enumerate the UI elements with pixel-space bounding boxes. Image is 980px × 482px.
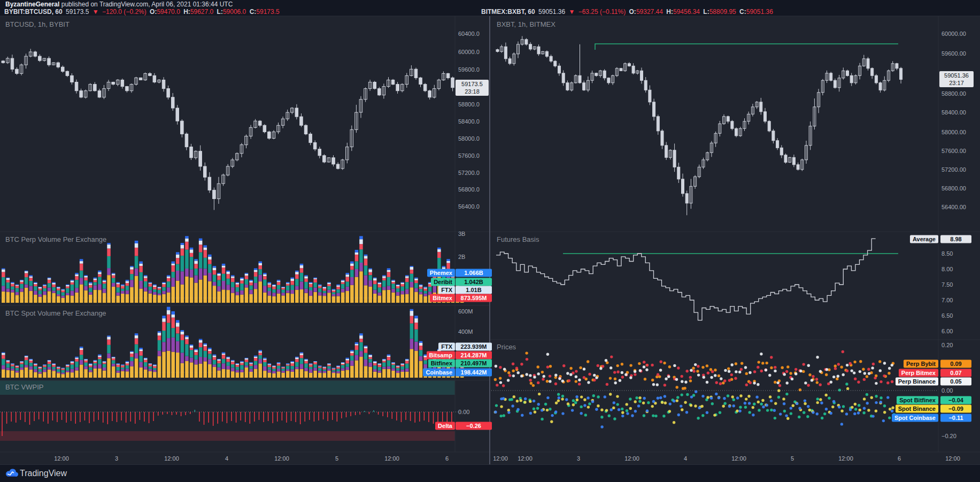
series-tag-value: 0.07 — [940, 369, 971, 377]
charts-canvas[interactable] — [0, 0, 980, 482]
axis-label[interactable]: 57600.00 — [942, 148, 966, 154]
last-price-tag: 59051.3623:17 — [939, 71, 974, 87]
time-label[interactable]: 12:00 — [624, 455, 639, 462]
tradingview-snapshot: ByzantineGeneral published on TradingVie… — [0, 0, 980, 482]
last-price: 59173.5 — [66, 8, 89, 16]
time-label[interactable]: 5 — [791, 455, 794, 462]
series-tag-spot-binance: Spot Binance — [896, 405, 938, 413]
series-tag-value: 1.066B — [456, 269, 492, 277]
series-tag-perp-binance: Perp Binance — [896, 378, 938, 386]
price-change: −63.25 (−0.11%) — [578, 8, 626, 16]
series-tag-delta: Delta — [435, 422, 455, 430]
high-label: H: — [183, 8, 190, 16]
time-label[interactable]: 4 — [684, 455, 687, 462]
symbol-header-row: BYBIT:BTCUSD, 60 59173.5 ▼ −120.0 (−0.2%… — [0, 8, 980, 17]
series-tag-spot-bitfinex: Spot Bitfinex — [897, 396, 938, 404]
time-label[interactable]: 6 — [898, 455, 901, 462]
time-label[interactable]: 3 — [577, 455, 580, 462]
axis-label[interactable]: 56400.00 — [942, 204, 966, 210]
series-tag-value: 214.287M — [456, 351, 492, 359]
axis-label[interactable]: 400M — [458, 328, 473, 335]
axis-label[interactable]: 2B — [458, 254, 465, 260]
time-label[interactable]: 3 — [115, 455, 118, 462]
symbol-name: BYBIT:BTCUSD, 60 — [4, 8, 63, 16]
tradingview-brand-text[interactable]: TradingView — [20, 469, 67, 478]
axis-label[interactable]: 56800.0 — [458, 186, 480, 193]
left-symbol-info: BYBIT:BTCUSD, 60 59173.5 ▼ −120.0 (−0.2%… — [4, 8, 281, 16]
open-label: O: — [150, 8, 157, 16]
axis-label[interactable]: 57200.00 — [942, 166, 966, 173]
time-label[interactable]: 5 — [335, 455, 338, 462]
tradingview-logo-icon[interactable] — [5, 469, 18, 478]
axis-label[interactable]: 58800.0 — [458, 101, 480, 108]
series-tag-bitmex: Bitmex — [430, 294, 455, 302]
close-label: C: — [250, 8, 257, 16]
publish-header: ByzantineGeneral published on TradingVie… — [5, 1, 233, 8]
axis-label[interactable]: 59600.0 — [458, 66, 480, 73]
axis-label[interactable]: 58800.00 — [942, 90, 966, 97]
time-label[interactable]: 12:00 — [54, 455, 69, 462]
series-tag-coinbase: Coinbase — [423, 369, 455, 377]
open-value: 59327.44 — [636, 8, 663, 16]
axis-label[interactable]: 60000.00 — [942, 30, 966, 37]
pane-title-spot-volume: BTC Spot Volume Per Exchange — [5, 309, 106, 317]
time-label[interactable]: 12:00 — [274, 455, 289, 462]
axis-label[interactable]: 58400.00 — [942, 109, 966, 116]
time-label[interactable]: 4 — [225, 455, 228, 462]
last-price: 59051.36 — [538, 8, 565, 16]
low-value: 59006.0 — [223, 8, 246, 16]
series-tag-value: 1.01B — [456, 286, 492, 294]
axis-label[interactable]: 60000.0 — [458, 49, 480, 55]
pane-title-left-chart: BTCUSD, 1h, BYBIT — [5, 20, 70, 28]
axis-label[interactable]: 0.20 — [942, 342, 953, 348]
axis-label[interactable]: 6.00 — [942, 328, 953, 334]
series-tag-value: 8.98 — [940, 235, 971, 243]
axis-label[interactable]: 58000.0 — [458, 135, 480, 142]
axis-label[interactable]: 0.00 — [942, 387, 953, 394]
time-label[interactable]: 12:00 — [731, 455, 746, 462]
last-price-tag: 59173.523:18 — [456, 80, 489, 96]
open-label: O: — [629, 8, 636, 16]
axis-label[interactable]: 58400.0 — [458, 118, 480, 125]
series-tag-bitsamp: Bitsamp — [427, 351, 455, 359]
axis-label[interactable]: 7.50 — [942, 281, 953, 288]
axis-label[interactable]: 56400.0 — [458, 203, 480, 210]
series-tag-value: 210.497M — [456, 359, 492, 368]
time-label[interactable]: 12:00 — [838, 455, 853, 462]
footer-bar: TradingView — [0, 465, 980, 482]
axis-label[interactable]: 8.00 — [942, 266, 953, 272]
time-label[interactable]: 12:00 — [164, 455, 179, 462]
axis-label[interactable]: 56800.00 — [942, 185, 966, 192]
time-label[interactable]: 6 — [445, 455, 449, 462]
axis-label[interactable]: −0.20 — [942, 433, 956, 439]
series-tag-deribit: Deribit — [431, 278, 455, 286]
series-tag-value: 873.595M — [456, 294, 492, 302]
down-arrow-icon: ▼ — [92, 8, 99, 16]
axis-label[interactable]: 600M — [458, 308, 473, 315]
axis-label[interactable]: 7.00 — [942, 297, 953, 303]
axis-label[interactable]: 57600.0 — [458, 152, 480, 159]
series-tag-spot-coinbase: Spot Coinbase — [892, 414, 938, 422]
time-label[interactable]: 12:00 — [518, 455, 533, 462]
axis-label[interactable]: 58000.00 — [942, 129, 966, 135]
series-tag-value: −0.26 — [456, 422, 492, 430]
time-label[interactable]: 12:00 — [493, 455, 508, 462]
close-value: 59173.5 — [256, 8, 279, 16]
time-label[interactable]: 12:00 — [384, 455, 399, 462]
axis-label[interactable]: 60400.0 — [458, 30, 480, 37]
series-tag-value: 0.09 — [940, 360, 971, 368]
pane-title-perp-volume: BTC Perp Volume Per Exchange — [5, 235, 106, 243]
axis-label[interactable]: 3B — [458, 231, 465, 237]
axis-label[interactable]: 57200.0 — [458, 170, 480, 176]
axis-label[interactable]: 59600.00 — [942, 50, 966, 57]
series-tag-value: −0.11 — [940, 414, 971, 422]
axis-label[interactable]: 8.50 — [942, 250, 953, 257]
high-value: 59627.0 — [190, 8, 213, 16]
series-tag-value: −0.04 — [940, 396, 971, 404]
time-label[interactable]: 12:00 — [945, 455, 960, 462]
series-tag-value: 0.05 — [940, 378, 971, 386]
series-tag-value: 223.939M — [456, 343, 492, 351]
axis-label[interactable]: 0.00 — [458, 409, 469, 415]
author-name: ByzantineGeneral — [5, 1, 59, 8]
axis-label[interactable]: 6.50 — [942, 312, 953, 319]
